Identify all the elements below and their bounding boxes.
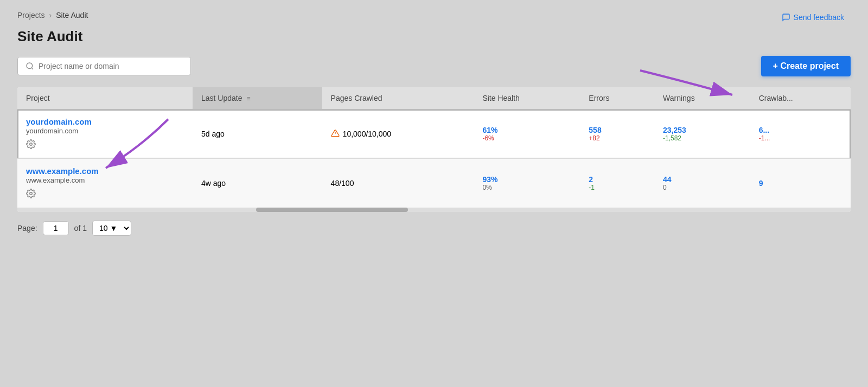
project-name-link[interactable]: www.example.com bbox=[26, 166, 184, 176]
project-cell: yourdomain.com yourdomain.com bbox=[17, 109, 193, 159]
send-feedback-label: Send feedback bbox=[794, 13, 844, 22]
warnings-cell: 23,253 -1,582 bbox=[654, 109, 750, 159]
pages-crawled-cell: 10,000/10,000 bbox=[322, 109, 474, 159]
col-warnings[interactable]: Warnings bbox=[654, 87, 750, 109]
search-input[interactable] bbox=[39, 62, 183, 70]
page-number-input[interactable] bbox=[43, 221, 69, 235]
col-errors[interactable]: Errors bbox=[580, 87, 654, 109]
errors-cell: 558 +82 bbox=[580, 109, 654, 159]
crawlability-cell: 6... -1... bbox=[750, 109, 851, 159]
breadcrumb-current: Site Audit bbox=[56, 11, 88, 20]
site-health-change: -6% bbox=[482, 134, 571, 142]
col-crawlability[interactable]: Crawlab... bbox=[750, 87, 851, 109]
errors-value: 558 bbox=[589, 126, 646, 134]
errors-value: 2 bbox=[589, 175, 646, 184]
pages-crawled-value: 48/100 bbox=[331, 179, 354, 188]
sort-icon: ≡ bbox=[246, 95, 250, 102]
svg-point-7 bbox=[30, 192, 33, 195]
pagination: Page: of 1 10 ▼ 20 50 bbox=[17, 212, 851, 238]
warnings-value: 23,253 bbox=[663, 126, 742, 134]
warnings-cell: 44 0 bbox=[654, 159, 750, 208]
errors-cell: 2 -1 bbox=[580, 159, 654, 208]
chat-icon bbox=[782, 13, 790, 22]
svg-point-2 bbox=[27, 63, 33, 69]
settings-icon[interactable] bbox=[26, 189, 184, 200]
site-health-value: 61% bbox=[482, 126, 571, 134]
table-row: www.example.com www.example.com 4w ago bbox=[17, 159, 851, 208]
errors-change: -1 bbox=[589, 184, 646, 191]
crawlability-value: 9 bbox=[759, 179, 842, 188]
last-update-cell: 4w ago bbox=[193, 159, 322, 208]
errors-change: +82 bbox=[589, 134, 646, 142]
settings-icon[interactable] bbox=[26, 139, 184, 151]
search-icon bbox=[25, 62, 34, 70]
page-label: Page: bbox=[17, 224, 37, 233]
crawlability-cell: 9 bbox=[750, 159, 851, 208]
site-health-change: 0% bbox=[482, 184, 571, 191]
breadcrumb: Projects › Site Audit bbox=[17, 11, 88, 20]
crawlability-change: -1... bbox=[759, 134, 842, 142]
projects-table-container: Project Last Update ≡ Pages Crawled Site… bbox=[17, 87, 851, 212]
page-of-label: of 1 bbox=[74, 224, 87, 233]
col-project[interactable]: Project bbox=[17, 87, 193, 109]
create-project-button[interactable]: + Create project bbox=[761, 56, 851, 76]
project-domain: yourdomain.com bbox=[26, 127, 78, 135]
breadcrumb-separator: › bbox=[49, 11, 52, 20]
col-last-update[interactable]: Last Update ≡ bbox=[193, 87, 322, 109]
projects-table: Project Last Update ≡ Pages Crawled Site… bbox=[17, 87, 851, 208]
svg-point-4 bbox=[30, 143, 33, 146]
svg-line-3 bbox=[31, 68, 33, 69]
project-name-link[interactable]: yourdomain.com bbox=[26, 117, 184, 126]
col-site-health[interactable]: Site Health bbox=[474, 87, 580, 109]
warnings-change: 0 bbox=[663, 184, 742, 191]
project-domain: www.example.com bbox=[26, 176, 85, 184]
site-health-cell: 93% 0% bbox=[474, 159, 580, 208]
site-health-cell: 61% -6% bbox=[474, 109, 580, 159]
project-cell: www.example.com www.example.com bbox=[17, 159, 193, 208]
breadcrumb-projects-link[interactable]: Projects bbox=[17, 11, 45, 20]
page-size-select[interactable]: 10 ▼ 20 50 bbox=[92, 221, 131, 236]
warnings-value: 44 bbox=[663, 175, 742, 184]
last-update-cell: 5d ago bbox=[193, 109, 322, 159]
search-box bbox=[17, 57, 191, 75]
site-health-value: 93% bbox=[482, 175, 571, 184]
col-pages-crawled[interactable]: Pages Crawled bbox=[322, 87, 474, 109]
horizontal-scrollbar[interactable] bbox=[17, 208, 851, 212]
pages-crawled-cell: 48/100 bbox=[322, 159, 474, 208]
warning-icon bbox=[331, 129, 340, 139]
table-row: yourdomain.com yourdomain.com 5d ago bbox=[17, 109, 851, 159]
send-feedback-button[interactable]: Send feedback bbox=[775, 9, 851, 26]
warnings-change: -1,582 bbox=[663, 134, 742, 142]
scrollbar-thumb[interactable] bbox=[256, 208, 408, 212]
page-title: Site Audit bbox=[17, 28, 851, 45]
create-project-label: + Create project bbox=[773, 61, 839, 71]
crawlability-value: 6... bbox=[759, 126, 842, 134]
pages-crawled-value: 10,000/10,000 bbox=[343, 130, 392, 138]
